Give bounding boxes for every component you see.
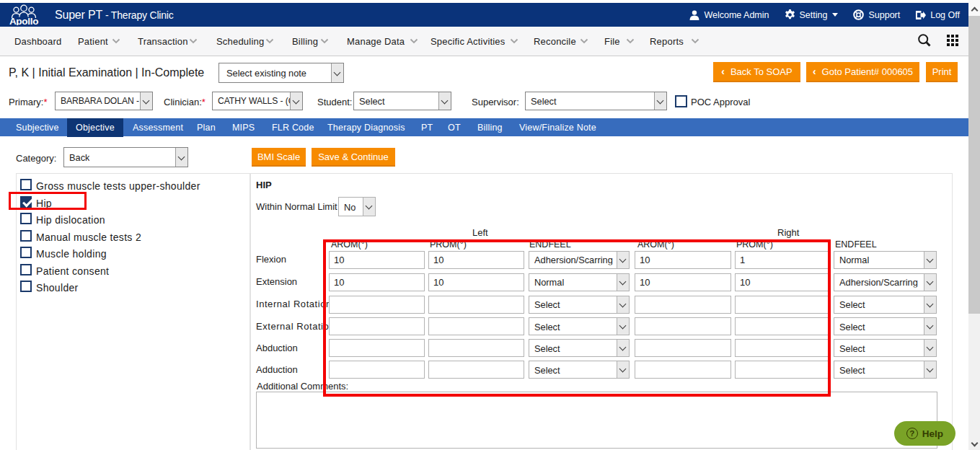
svg-text:Apollo: Apollo xyxy=(9,16,38,26)
